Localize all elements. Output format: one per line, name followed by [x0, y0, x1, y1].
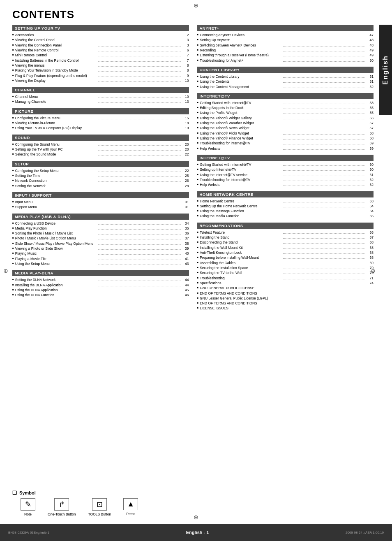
section-setup: SETUPConfiguring the Setup Menu22Setting…: [12, 161, 189, 189]
list-item: Troubleshooting for internet@TV62: [197, 177, 374, 182]
list-item: Teletext Feature66: [197, 230, 374, 235]
item-dots: [98, 231, 180, 235]
item-dots: [283, 146, 365, 150]
item-text: Using the Profile Widget: [200, 110, 282, 115]
item-dots: [98, 37, 180, 41]
section-picture: PICTUREConfiguring the Picture Menu15Vie…: [12, 108, 189, 131]
section-items: Connecting Anynet+ Devices47Setting Up A…: [197, 32, 374, 63]
item-dots: [283, 281, 365, 284]
item-text: Setting up Internet@TV: [200, 167, 282, 172]
list-item: Getting Started with Internet@TV60: [197, 162, 374, 167]
list-item: Using the Message Function64: [197, 209, 374, 214]
item-page: 70: [366, 265, 374, 270]
item-text: Accessories: [15, 33, 97, 37]
item-dots: [98, 178, 180, 182]
item-page: 40: [182, 251, 189, 256]
item-text: Getting Started with Internet@TV: [200, 162, 282, 167]
item-page: 50: [366, 58, 374, 63]
list-item: Setting Up the Home Network Centre64: [197, 204, 374, 209]
item-text: Teletext Feature: [200, 230, 282, 235]
item-dots: [283, 58, 365, 62]
list-item: Switching between Anynet+ Devices48: [197, 43, 374, 48]
item-dots: [98, 33, 180, 36]
item-page: 69: [366, 260, 374, 265]
item-dots: [283, 121, 365, 124]
item-dots: [283, 100, 365, 104]
item-dots: [98, 293, 180, 296]
item-dots: [98, 43, 180, 46]
item-page: 62: [366, 182, 374, 187]
section-items: Input Menu31Support Menu31: [12, 199, 189, 210]
section-items: Configuring the Setup Menu22Setting the …: [12, 168, 189, 189]
section-header: SOUND: [12, 135, 189, 141]
section-items: Configuring the Picture Menu15Viewing Pi…: [12, 115, 189, 131]
item-page: 57: [366, 121, 374, 125]
item-dots: [283, 79, 365, 83]
list-item: Using the Yahoo® News Widget57: [197, 125, 374, 130]
list-item: Recording49: [197, 48, 374, 53]
section-setting-up-your-tv: SETTING UP YOUR TVAccessories2Viewing th…: [12, 25, 189, 84]
item-text: Playing a Movie File: [15, 256, 97, 261]
list-item: Playing a Movie File41: [12, 256, 189, 261]
list-item: Installing the DLNA Application44: [12, 283, 189, 288]
item-dots: [283, 214, 365, 217]
item-page: 31: [182, 204, 189, 209]
item-text: Securing the Installation Space: [200, 265, 282, 270]
section-home-network-centre: HOME NETWORK CENTREHome Network Centre63…: [197, 191, 374, 219]
item-text: Using the DLNA Application: [15, 288, 97, 293]
item-text: Using the Content Management: [200, 84, 282, 89]
list-item: Anti-Theft Kensington Lock68: [197, 250, 374, 255]
item-text: Troubleshooting for internet@TV: [200, 141, 282, 146]
item-dots: [98, 246, 180, 250]
item-page: 59: [366, 141, 374, 146]
list-item: Using the Contents51: [197, 79, 374, 84]
item-page: 22: [182, 152, 189, 157]
item-text: Installing the DLNA Application: [15, 283, 97, 288]
item-text: GNU GENERAL PUBLIC LICENSE: [200, 286, 374, 290]
item-page: 48: [366, 37, 374, 42]
item-page: 62: [366, 177, 374, 182]
list-item: Slide Show / Music Play / Movie Play Opt…: [12, 241, 189, 246]
item-page: 49: [366, 53, 374, 58]
item-page: 7: [182, 58, 189, 63]
item-dots: [283, 48, 365, 51]
item-text: Plug & Play Feature (depending on the mo…: [15, 73, 97, 78]
item-dots: [98, 277, 180, 281]
item-text: Support Menu: [15, 204, 97, 209]
section-header: MEDIA PLAY (USB & DLNA): [12, 214, 189, 220]
item-page: 56: [366, 116, 374, 121]
list-item: Viewing the Remote Control6: [12, 48, 189, 53]
item-text: Setting the Time: [15, 173, 97, 178]
section-header: CONTENT LIBRARY: [197, 67, 374, 73]
section-header: ANYNET+: [197, 25, 374, 31]
item-dots: [283, 37, 365, 41]
item-dots: [283, 167, 365, 171]
item-page: 22: [182, 168, 189, 173]
item-page: 46: [182, 293, 189, 297]
item-text: Playing Music: [15, 251, 97, 256]
item-text: Preparing before installing Wall-Mount: [200, 255, 282, 260]
item-dots: [283, 105, 365, 109]
item-page: 10: [182, 94, 189, 99]
list-item: Viewing a Photo or Slide Show39: [12, 246, 189, 251]
item-text: Using the Yahoo® Finance Widget: [200, 136, 282, 141]
item-dots: [98, 48, 180, 51]
item-page: 52: [366, 84, 374, 89]
section-items: Connecting a USB Device34Media Play Func…: [12, 221, 189, 267]
item-dots: [98, 221, 180, 225]
item-page: 26: [182, 178, 189, 183]
symbol-icon: ▲: [123, 498, 138, 510]
item-text: END OF TERMS AND CONDITIONS: [200, 301, 374, 306]
item-dots: [98, 125, 180, 129]
list-item: Viewing the Display10: [12, 78, 189, 83]
item-dots: [283, 230, 365, 234]
item-text: Setting the DLNA Network: [15, 277, 97, 282]
item-dots: [98, 173, 180, 177]
item-text: Sorting the Photo / Music / Movie List: [15, 231, 97, 236]
section-header: SETUP: [12, 161, 189, 167]
item-page: 59: [366, 146, 374, 151]
list-item: Specifications74: [197, 281, 374, 286]
item-dots: [98, 94, 180, 98]
item-dots: [283, 235, 365, 239]
list-item: Using the Setup Menu43: [12, 261, 189, 266]
